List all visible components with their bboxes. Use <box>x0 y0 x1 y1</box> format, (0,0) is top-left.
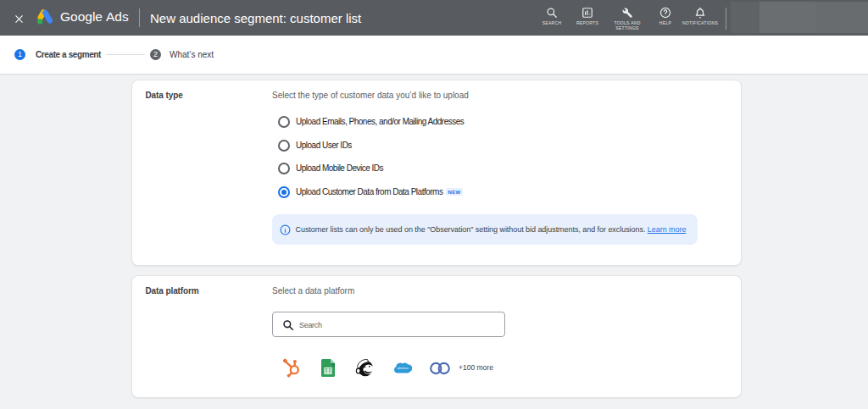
svg-text:salesforce: salesforce <box>397 367 409 370</box>
